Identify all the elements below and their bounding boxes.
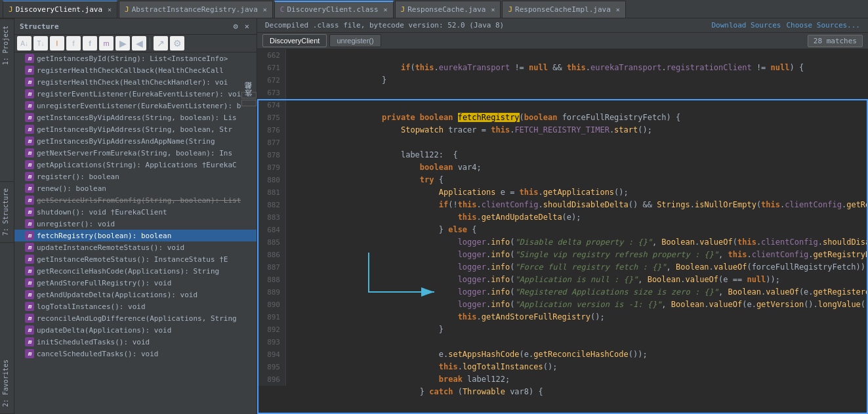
method-item[interactable]: m getInstanceRemoteStatus(): InstanceSta… xyxy=(14,253,257,265)
method-item[interactable]: m updateDelta(Applications): void xyxy=(14,324,257,336)
tab-close-btn2[interactable]: ✕ xyxy=(263,6,267,13)
code-tab-discovery-client[interactable]: DiscoveryClient xyxy=(262,34,327,47)
line-num: 886 xyxy=(260,249,280,261)
method-item-selected[interactable]: m fetchRegistry(boolean): boolean xyxy=(14,230,257,241)
sidebar-close-icon[interactable]: ✕ xyxy=(243,21,251,31)
navigate-btn[interactable]: ↗ xyxy=(154,36,168,51)
code-tab-unregister[interactable]: unregister() xyxy=(329,34,381,47)
method-name: getApplications(String): Applications †E… xyxy=(37,161,237,169)
sidebar-settings-icon[interactable]: ⚙ xyxy=(232,21,240,31)
method-name: cancelScheduledTasks(): void xyxy=(37,350,158,358)
tab-response-cache-impl[interactable]: J ResponseCacheImpl.java ✕ xyxy=(502,1,625,18)
line-num: 894 xyxy=(260,348,280,361)
sidebar-title: Structure xyxy=(20,22,59,31)
show-methods-btn[interactable]: m xyxy=(99,36,114,51)
method-badge: m xyxy=(25,266,34,276)
method-item[interactable]: m getInstancesByVipAddress(String, boole… xyxy=(14,112,257,123)
show-fields-btn[interactable]: f xyxy=(83,36,97,51)
method-badge: m xyxy=(25,337,34,346)
method-item[interactable]: m unregister(): void xyxy=(14,218,257,230)
line-num: 684 xyxy=(260,224,280,236)
code-area[interactable]: 662 671 672 673 674 875 876 877 878 879 … xyxy=(257,49,868,414)
show-inherited-btn[interactable]: I xyxy=(50,36,64,51)
java-icon3: J xyxy=(401,5,405,14)
structure-panel: Structure ⚙ ✕ A↓ T↓ I f f m ▶ ◀ ↗ ⚙ xyxy=(14,18,257,414)
method-item[interactable]: m getApplications(String): Applications … xyxy=(14,159,257,171)
method-item[interactable]: m registerHealthCheckCallback(HealthChec… xyxy=(14,64,257,76)
method-name: getNextServerFromEureka(String, boolean)… xyxy=(37,149,232,157)
method-item[interactable]: m initScheduledTasks(): void xyxy=(14,336,257,348)
sort-type-btn[interactable]: T↓ xyxy=(33,36,48,51)
info-bar-actions: Download Sources Choose Sources... xyxy=(711,21,860,30)
line-num: 672 xyxy=(260,74,280,87)
info-text: Decompiled .class file, bytecode version… xyxy=(265,21,504,30)
tab-close-btn3[interactable]: ✕ xyxy=(384,6,388,13)
vtab-structure[interactable]: 7: Structure xyxy=(0,181,14,243)
method-badge: m xyxy=(25,207,34,217)
tab-abstract-instance-registry[interactable]: J AbstractInstanceRegistry.java ✕ xyxy=(119,1,273,18)
line-num: 673 xyxy=(260,87,280,99)
method-badge: m xyxy=(25,243,34,252)
collapse-btn[interactable]: ◀ xyxy=(132,36,146,51)
method-name: getInstancesByVipAddress(String, boolean… xyxy=(37,125,232,134)
method-item[interactable]: m updateInstanceRemoteStatus(): void xyxy=(14,241,257,253)
code-line-662[interactable]: if(this.eurekaTransport != null && this.… xyxy=(291,49,868,62)
tab-label4: ResponseCache.java xyxy=(407,5,486,14)
method-badge: m xyxy=(25,349,34,358)
method-item[interactable]: m getInstancesByVipAddress(String, boole… xyxy=(14,123,257,135)
tab-bar: J DiscoveryClient.java ✕ J AbstractInsta… xyxy=(0,0,868,18)
choose-sources-link[interactable]: Choose Sources... xyxy=(786,21,860,30)
code-content: 662 671 672 673 674 875 876 877 878 879 … xyxy=(257,49,868,386)
java-icon4: J xyxy=(508,5,512,14)
vtab-project[interactable]: 1: Project xyxy=(0,18,14,72)
method-name: registerEventListener(EurekaEventListene… xyxy=(37,90,241,98)
method-item[interactable]: m getInstancesById(String): List<Instanc… xyxy=(14,52,257,64)
method-item[interactable]: m renew(): boolean xyxy=(14,182,257,194)
method-badge: m xyxy=(25,231,34,240)
tab-close-btn5[interactable]: ✕ xyxy=(616,6,620,13)
settings2-btn[interactable]: ⚙ xyxy=(170,36,184,51)
code-line-893[interactable]: e.setAppsHashCode(e.getReconcileHashCode… xyxy=(291,336,868,348)
tab-close-btn4[interactable]: ✕ xyxy=(491,6,495,13)
line-numbers: 662 671 672 673 674 875 876 877 878 879 … xyxy=(257,49,286,386)
method-name: unregisterEventListener(EurekaEventListe… xyxy=(37,102,241,110)
tab-discovery-client-java[interactable]: J DiscoveryClient.java ✕ xyxy=(3,1,117,18)
left-vtabs: 1: Project 7: Structure 2: Favorites xyxy=(0,18,14,414)
method-item[interactable]: m register(): boolean xyxy=(14,171,257,182)
tab-response-cache[interactable]: J ResponseCache.java ✕ xyxy=(395,1,501,18)
method-item[interactable]: m reconcileAndLogDifference(Applications… xyxy=(14,312,257,324)
method-item[interactable]: m getInstancesByVipAddressAndAppName(Str… xyxy=(14,135,257,147)
method-badge: m xyxy=(25,160,34,169)
sort-alpha-btn[interactable]: A↓ xyxy=(17,36,31,51)
method-item[interactable]: m getNextServerFromEureka(String, boolea… xyxy=(14,147,257,159)
method-item[interactable]: m shutdown(): void †EurekaClient xyxy=(14,206,257,218)
code-line-877[interactable]: label122: { xyxy=(291,136,868,149)
tab-discovery-client-class[interactable]: C DiscoveryClient.class ✕ xyxy=(274,1,394,18)
tab-close-btn[interactable]: ✕ xyxy=(108,6,112,13)
method-name: unregister(): void xyxy=(37,220,115,228)
code-tabs: DiscoveryClient unregister() 28 matches xyxy=(257,33,868,49)
method-name: getInstancesById(String): List<InstanceI… xyxy=(37,54,228,63)
method-item[interactable]: m logTotalInstances(): void xyxy=(14,300,257,312)
method-item-strikethrough[interactable]: m getServiceUrlsFromConfig(String, boole… xyxy=(14,194,257,206)
method-badge: m xyxy=(25,219,34,228)
method-item[interactable]: m getReconcileHashCode(Applications): St… xyxy=(14,265,257,277)
method-item[interactable]: m registerHealthCheck(HealthCheckHandler… xyxy=(14,76,257,88)
method-item[interactable]: m registerEventListener(EurekaEventListe… xyxy=(14,88,257,100)
method-name: renew(): boolean xyxy=(37,184,106,193)
method-name: getInstancesByVipAddress(String, boolean… xyxy=(37,114,237,122)
method-item[interactable]: m unregisterEventListener(EurekaEventLis… xyxy=(14,100,257,112)
method-item[interactable]: m getAndUpdateDelta(Applications): void xyxy=(14,289,257,300)
download-sources-link[interactable]: Download Sources xyxy=(711,21,781,30)
code-lines: if(this.eurekaTransport != null && this.… xyxy=(286,49,868,386)
code-line-674[interactable]: private boolean fetchRegistry(boolean fo… xyxy=(291,99,868,112)
matches-badge: 28 matches xyxy=(808,35,863,47)
code-line-673[interactable] xyxy=(291,87,868,99)
filter-btn[interactable]: f xyxy=(66,36,81,51)
vtab-favorites[interactable]: 2: Favorites xyxy=(0,353,14,414)
method-item[interactable]: m getAndStoreFullRegistry(): void xyxy=(14,277,257,289)
line-num: 882 xyxy=(260,199,280,211)
method-item[interactable]: m cancelScheduledTasks(): void xyxy=(14,348,257,360)
line-num: 879 xyxy=(260,161,280,174)
expand-btn[interactable]: ▶ xyxy=(115,36,130,51)
